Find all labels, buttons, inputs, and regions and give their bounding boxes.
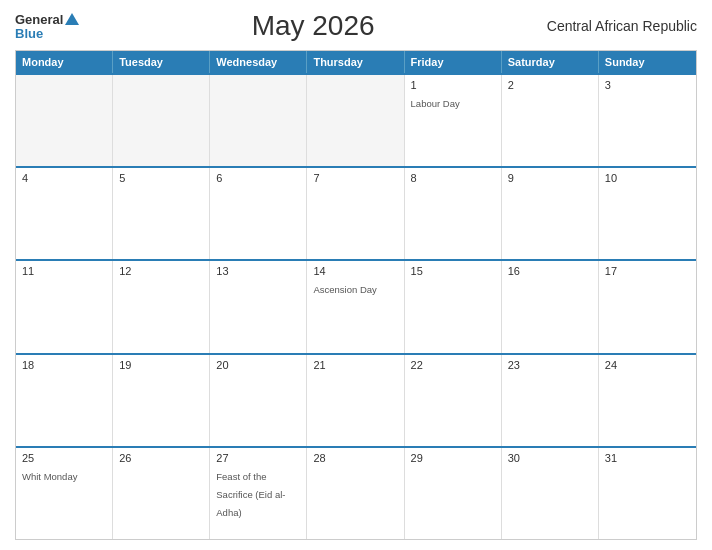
- day-number: 25: [22, 452, 106, 464]
- holiday-label: Whit Monday: [22, 471, 77, 482]
- day-cell-w4-d1: 18: [16, 355, 113, 446]
- day-cell-w4-d2: 19: [113, 355, 210, 446]
- header-wednesday: Wednesday: [210, 51, 307, 73]
- day-number: 6: [216, 172, 300, 184]
- day-cell-w2-d1: 4: [16, 168, 113, 259]
- week-row-3: 11121314Ascension Day151617: [16, 259, 696, 352]
- day-number: 11: [22, 265, 106, 277]
- day-number: 31: [605, 452, 690, 464]
- day-number: 19: [119, 359, 203, 371]
- header-tuesday: Tuesday: [113, 51, 210, 73]
- holiday-label: Feast of the Sacrifice (Eid al-Adha): [216, 471, 285, 518]
- day-number: 1: [411, 79, 495, 91]
- day-number: 22: [411, 359, 495, 371]
- holiday-label: Ascension Day: [313, 284, 376, 295]
- day-cell-w5-d7: 31: [599, 448, 696, 539]
- day-number: 8: [411, 172, 495, 184]
- day-number: 14: [313, 265, 397, 277]
- day-number: 24: [605, 359, 690, 371]
- header-saturday: Saturday: [502, 51, 599, 73]
- header-sunday: Sunday: [599, 51, 696, 73]
- day-cell-w1-d6: 2: [502, 75, 599, 166]
- week-row-1: 1Labour Day23: [16, 73, 696, 166]
- week-row-4: 18192021222324: [16, 353, 696, 446]
- day-number: 23: [508, 359, 592, 371]
- day-number: 27: [216, 452, 300, 464]
- day-cell-w3-d5: 15: [405, 261, 502, 352]
- day-cell-w5-d1: 25Whit Monday: [16, 448, 113, 539]
- logo-triangle-icon: [65, 13, 79, 25]
- day-number: 4: [22, 172, 106, 184]
- page-title: May 2026: [252, 10, 375, 42]
- day-cell-w5-d4: 28: [307, 448, 404, 539]
- week-row-2: 45678910: [16, 166, 696, 259]
- day-number: 2: [508, 79, 592, 91]
- header-friday: Friday: [405, 51, 502, 73]
- header: General Blue May 2026 Central African Re…: [15, 10, 697, 42]
- day-number: 7: [313, 172, 397, 184]
- day-cell-w3-d6: 16: [502, 261, 599, 352]
- day-number: 13: [216, 265, 300, 277]
- day-cell-w2-d5: 8: [405, 168, 502, 259]
- day-headers-row: Monday Tuesday Wednesday Thursday Friday…: [16, 51, 696, 73]
- week-row-5: 25Whit Monday2627Feast of the Sacrifice …: [16, 446, 696, 539]
- day-cell-w3-d7: 17: [599, 261, 696, 352]
- day-cell-w4-d4: 21: [307, 355, 404, 446]
- day-number: 26: [119, 452, 203, 464]
- logo-blue: Blue: [15, 27, 43, 40]
- day-cell-w2-d3: 6: [210, 168, 307, 259]
- day-number: 15: [411, 265, 495, 277]
- day-cell-w2-d2: 5: [113, 168, 210, 259]
- day-cell-w3-d2: 12: [113, 261, 210, 352]
- holiday-label: Labour Day: [411, 98, 460, 109]
- day-number: 20: [216, 359, 300, 371]
- day-cell-w5-d3: 27Feast of the Sacrifice (Eid al-Adha): [210, 448, 307, 539]
- day-cell-w1-d5: 1Labour Day: [405, 75, 502, 166]
- country-label: Central African Republic: [547, 18, 697, 34]
- day-cell-w3-d1: 11: [16, 261, 113, 352]
- day-number: 21: [313, 359, 397, 371]
- day-cell-w2-d7: 10: [599, 168, 696, 259]
- day-cell-w1-d7: 3: [599, 75, 696, 166]
- day-number: 3: [605, 79, 690, 91]
- day-number: 5: [119, 172, 203, 184]
- weeks-container: 1Labour Day234567891011121314Ascension D…: [16, 73, 696, 539]
- day-number: 29: [411, 452, 495, 464]
- day-cell-w5-d5: 29: [405, 448, 502, 539]
- day-cell-w1-d2: [113, 75, 210, 166]
- day-cell-w1-d4: [307, 75, 404, 166]
- header-monday: Monday: [16, 51, 113, 73]
- day-cell-w1-d3: [210, 75, 307, 166]
- day-number: 30: [508, 452, 592, 464]
- header-thursday: Thursday: [307, 51, 404, 73]
- day-number: 17: [605, 265, 690, 277]
- day-number: 18: [22, 359, 106, 371]
- day-cell-w1-d1: [16, 75, 113, 166]
- day-cell-w4-d5: 22: [405, 355, 502, 446]
- day-number: 28: [313, 452, 397, 464]
- day-cell-w2-d4: 7: [307, 168, 404, 259]
- logo-general: General: [15, 13, 63, 26]
- day-number: 12: [119, 265, 203, 277]
- day-number: 10: [605, 172, 690, 184]
- day-number: 9: [508, 172, 592, 184]
- day-cell-w5-d2: 26: [113, 448, 210, 539]
- day-cell-w5-d6: 30: [502, 448, 599, 539]
- day-cell-w3-d4: 14Ascension Day: [307, 261, 404, 352]
- day-cell-w4-d7: 24: [599, 355, 696, 446]
- day-cell-w3-d3: 13: [210, 261, 307, 352]
- day-cell-w2-d6: 9: [502, 168, 599, 259]
- day-cell-w4-d6: 23: [502, 355, 599, 446]
- calendar: Monday Tuesday Wednesday Thursday Friday…: [15, 50, 697, 540]
- logo: General Blue: [15, 13, 79, 40]
- page: General Blue May 2026 Central African Re…: [0, 0, 712, 550]
- day-number: 16: [508, 265, 592, 277]
- day-cell-w4-d3: 20: [210, 355, 307, 446]
